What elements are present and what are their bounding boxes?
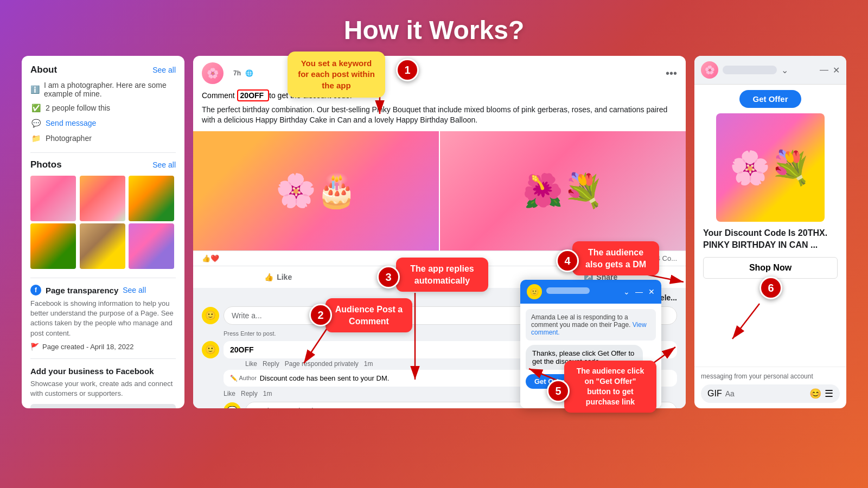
- step3-badge: 3: [377, 266, 400, 288]
- flower-decoration-right: 🌺💐: [440, 131, 686, 251]
- add-business-text: Showcase your work, create ads and conne…: [30, 379, 176, 399]
- about-item-2: ✅ 2 people follow this: [30, 102, 176, 113]
- dm-chevron-icon[interactable]: ⌄: [781, 65, 788, 75]
- fb-sidebar: About See all ℹ️ I am a photographer. He…: [22, 56, 184, 408]
- photos-see-all[interactable]: See all: [152, 160, 176, 169]
- pt-text: Facebook is showing information to help …: [30, 299, 176, 338]
- keyword-badge: 20OFF: [237, 89, 269, 101]
- get-offer-dm-button[interactable]: Get Offer: [739, 90, 801, 108]
- info-icon: ℹ️: [30, 84, 40, 95]
- like-icon: 👍: [264, 273, 273, 281]
- dm-avatar: 🌸: [701, 61, 718, 79]
- step5-callout-text: The audience click on "Get Offer" button…: [577, 367, 644, 406]
- photos-grid: [30, 176, 176, 269]
- post-image-left: 🌸🎂: [193, 131, 439, 251]
- shop-now-button[interactable]: Shop Now: [703, 257, 838, 279]
- about-item-1: ℹ️ I am a photographer. Here are some ex…: [30, 81, 176, 98]
- comment-keyword-text: 20OFF: [230, 345, 254, 354]
- dm-discount-text: Your Discount Code Is 20THX. PINKY BIRTH…: [694, 227, 846, 252]
- dm-flower-image: 🌸💐: [716, 113, 825, 222]
- svg-rect-0: [546, 287, 590, 294]
- about-item-3: 💬 Send message: [30, 118, 176, 129]
- chat-header-left: 🙂: [527, 284, 590, 299]
- about-text-4: Photographer: [46, 134, 92, 143]
- dm-close-icon[interactable]: ✕: [833, 65, 840, 75]
- comment-like-btn[interactable]: Like: [245, 360, 257, 368]
- page-created-text: Page created - April 18, 2022: [42, 343, 133, 351]
- photos-title: Photos: [30, 159, 62, 170]
- chat-minimize-icon[interactable]: —: [635, 287, 643, 296]
- post-avatar: 🌸: [202, 62, 224, 84]
- reaction-count: 👍❤️: [202, 254, 219, 262]
- dm-header-left: 🌸 ⌄: [701, 61, 788, 79]
- chat-chevron-icon[interactable]: ⌄: [623, 287, 630, 296]
- about-title: About: [30, 65, 57, 75]
- flower-emoji: 🌸💐: [730, 149, 811, 187]
- post-time: 7h: [233, 69, 241, 77]
- page-responded-label: Page responded privately: [285, 360, 359, 368]
- folder-icon: 📁: [30, 133, 41, 144]
- about-see-all[interactable]: See all: [152, 66, 176, 74]
- step5-badge: 5: [547, 380, 570, 402]
- photos-section: Photos See all: [30, 159, 176, 269]
- page-title: How it Works?: [0, 0, 868, 56]
- photo-thumb-4[interactable]: [30, 223, 76, 269]
- send-message-link[interactable]: Send message: [46, 119, 96, 127]
- check-icon: ✅: [30, 102, 41, 113]
- step3-callout-text: The app replies automatically: [410, 264, 474, 285]
- photo-thumb-6[interactable]: [129, 223, 174, 269]
- globe-icon: 🌐: [245, 69, 253, 77]
- author-badge: ✏️ Author: [230, 375, 257, 382]
- chat-header-actions: ⌄ — ✕: [623, 287, 655, 296]
- like-button[interactable]: 👍 Like: [197, 268, 359, 286]
- chat-notification: Amanda Lee al is responding to a comment…: [526, 309, 656, 341]
- pt-header: f Page transparency See all: [30, 285, 176, 296]
- about-item-4: 📁 Photographer: [30, 133, 176, 144]
- chat-header: 🙂 ⌄ — ✕: [520, 280, 661, 304]
- reply-text: Discount code has been sent to your DM.: [260, 374, 389, 382]
- step6-number: 6: [760, 277, 782, 299]
- step4-number: 4: [556, 249, 579, 272]
- pt-title: Page transparency: [46, 286, 118, 295]
- comment-time: 1m: [364, 360, 373, 368]
- chat-user-avatar: 🙂: [527, 284, 542, 299]
- dm-more-icon[interactable]: ☰: [825, 388, 833, 400]
- photo-thumb-3[interactable]: [129, 176, 174, 221]
- chat-notification-text: Amanda Lee al is responding to a comment…: [531, 313, 630, 329]
- photo-thumb-2[interactable]: [80, 176, 125, 221]
- message-icon: 💬: [30, 118, 41, 129]
- comment-reply-btn[interactable]: Reply: [263, 360, 279, 368]
- dm-name-bar: [723, 66, 777, 74]
- about-section: About See all ℹ️ I am a photographer. He…: [30, 65, 176, 144]
- add-business-section: Add your business to Facebook Showcase y…: [30, 358, 176, 408]
- step4-callout: The audience also gets a DM: [572, 241, 659, 275]
- fb-logo-icon: f: [30, 285, 41, 296]
- post-options-button[interactable]: •••: [666, 67, 677, 80]
- dm-minimize-icon[interactable]: —: [820, 65, 828, 75]
- about-header: About See all: [30, 65, 176, 75]
- photo-thumb-5[interactable]: [80, 223, 125, 269]
- reply-reply-btn[interactable]: Reply: [241, 390, 258, 397]
- flag-icon: 🚩: [30, 343, 39, 351]
- step5-number: 5: [547, 380, 570, 402]
- page-created: 🚩 Page created - April 18, 2022: [30, 343, 176, 351]
- commenter-avatar: 🙂: [202, 307, 219, 324]
- dm-input-field[interactable]: Aa: [725, 389, 806, 398]
- reply-time: 1m: [263, 390, 272, 397]
- dm-header-icons: — ✕: [820, 65, 840, 75]
- dm-emoji-icon[interactable]: 😊: [809, 388, 821, 400]
- chat-close-icon[interactable]: ✕: [648, 287, 655, 296]
- add-business-title: Add your business to Facebook: [30, 367, 176, 376]
- divider-2: [30, 278, 176, 278]
- step2-number: 2: [309, 304, 332, 326]
- step4-badge: 4: [556, 249, 579, 272]
- divider-1: [30, 152, 176, 153]
- reply-like-btn[interactable]: Like: [224, 390, 235, 397]
- pt-see-all[interactable]: See all: [123, 286, 146, 294]
- photo-thumb-1[interactable]: [30, 176, 76, 221]
- create-page-button[interactable]: Create Page: [30, 404, 176, 408]
- step1-callout: You set a keyword for each post within t…: [288, 52, 385, 98]
- about-text-1: I am a photographer. Here are some examp…: [44, 81, 176, 98]
- step2-callout-text: Audience Post a Comment: [335, 305, 403, 326]
- comment-count: 4 Co...: [656, 254, 677, 262]
